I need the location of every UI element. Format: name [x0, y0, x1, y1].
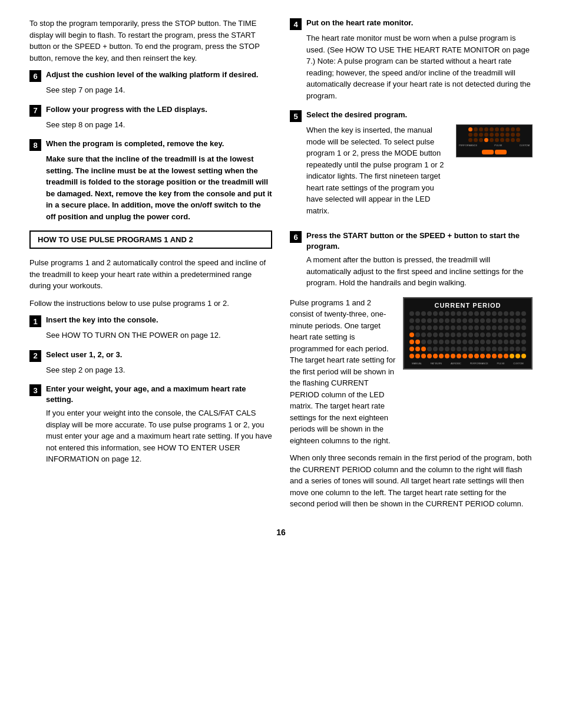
pulse-step-block-1: 1 Insert the key into the console. See H…: [29, 315, 272, 341]
led-row-3: [459, 138, 530, 142]
led-dot: [479, 127, 483, 131]
led-label-pulse-bottom: PULSE: [497, 362, 504, 365]
led-dot: [516, 133, 520, 137]
step-block-7: 7 Follow your progress with the LED disp…: [29, 104, 272, 131]
led-large-row-1: [408, 311, 528, 316]
led-row-2: [459, 133, 530, 137]
step-title-8: When the program is completed, remove th…: [46, 139, 224, 149]
led-dot: [500, 127, 504, 131]
pulse-step-block-2: 2 Select user 1, 2, or 3. See step 2 on …: [29, 350, 272, 376]
led-display-small: PERFORMANCE PULSE CUSTOM: [456, 124, 533, 157]
led-dot: [468, 133, 472, 137]
led-dot: [495, 127, 499, 131]
led-dot: [516, 127, 520, 131]
led-dot: [474, 138, 478, 142]
pulse-step-number-2: 2: [29, 350, 41, 362]
led-dot: [516, 138, 520, 142]
step-body-6: See step 7 on page 14.: [29, 84, 272, 96]
pulse-step-header-3: 3 Enter your weight, your age, and a max…: [29, 384, 272, 405]
led-label-pulse: PULSE: [494, 144, 502, 147]
led-dot: [479, 138, 483, 142]
right-step-block-5: 5 Select the desired program.: [290, 110, 533, 222]
led-dot: [474, 127, 478, 131]
led-dot: [511, 138, 515, 142]
led-large-row-6: [408, 347, 528, 351]
right-step-title-5: Select the desired program.: [306, 110, 407, 120]
two-column-layout: To stop the program temporarily, press t…: [29, 18, 533, 516]
led-large-row-4: [408, 332, 528, 337]
led-label-custom-bottom: CUSTOM: [513, 362, 523, 365]
step-block-6: 6 Adjust the cushion level of the walkin…: [29, 70, 272, 96]
right-step-number-4: 4: [290, 18, 302, 30]
step-number-6: 6: [29, 70, 41, 82]
current-period-label: CURRENT PERIOD: [408, 302, 528, 309]
pulse-step-number-1: 1: [29, 315, 41, 327]
led-label-perf: PERFORMANCE: [470, 362, 488, 365]
right-step-block-4: 4 Put on the heart rate monitor. The hea…: [290, 18, 533, 101]
pulse-follow: Follow the instructions below to use pul…: [29, 298, 272, 309]
page: To stop the program temporarily, press t…: [0, 0, 562, 728]
pulse-desc-span: Pulse programs 1 and 2 consist of twenty…: [290, 298, 395, 445]
right-step-block-6: 6 Press the START button or the SPEED + …: [290, 230, 533, 289]
pulse-step-header-1: 1 Insert the key into the console.: [29, 315, 272, 327]
led-bottom-labels: MANUAL FAT BURN AEROBIC PERFORMANCE PULS…: [408, 362, 528, 365]
pulse-step-number-3: 3: [29, 384, 41, 396]
led-label-manual: MANUAL: [412, 362, 422, 365]
led-dot: [505, 138, 510, 142]
step-body-7: See step 8 on page 14.: [29, 119, 272, 131]
right-step-header-4: 4 Put on the heart rate monitor.: [290, 18, 533, 30]
led-row-1: [459, 127, 530, 131]
led-dot: [468, 138, 472, 142]
step-header-8: 8 When the program is completed, remove …: [29, 139, 272, 151]
led-arrow-left: [482, 150, 494, 154]
led-dot: [490, 138, 494, 142]
right-step-body-5: PERFORMANCE PULSE CUSTOM When the key is…: [290, 124, 533, 222]
step-number-8: 8: [29, 139, 41, 151]
pulse-desc-section: CURRENT PERIOD: [290, 297, 533, 453]
pulse-step-block-3: 3 Enter your weight, your age, and a max…: [29, 384, 272, 465]
led-dot: [484, 138, 488, 142]
step-title-7: Follow your progress with the LED displa…: [46, 104, 207, 115]
right-step-header-5: 5 Select the desired program.: [290, 110, 533, 122]
step-header-6: 6 Adjust the cushion level of the walkin…: [29, 70, 272, 82]
led-arrow-right: [495, 150, 507, 154]
right-column: 4 Put on the heart rate monitor. The hea…: [290, 18, 533, 516]
led-dot: [511, 127, 515, 131]
right-step-header-6: 6 Press the START button or the SPEED + …: [290, 230, 533, 252]
step-body-8: Make sure that the incline of the treadm…: [29, 153, 272, 222]
step-header-7: 7 Follow your progress with the LED disp…: [29, 104, 272, 117]
pulse-step-body-1: See HOW TO TURN ON THE POWER on page 12.: [29, 330, 272, 341]
pulse-step-header-2: 2 Select user 1, 2, or 3.: [29, 350, 272, 362]
pulse-step-body-2: See step 2 on page 13.: [29, 364, 272, 376]
led-large-row-7: [408, 354, 528, 358]
led-arrow-row: [459, 150, 530, 154]
intro-paragraph: To stop the program temporarily, press t…: [29, 18, 272, 64]
led-dot: [484, 133, 488, 137]
right-step-number-6: 6: [290, 231, 302, 243]
led-dot: [479, 133, 483, 137]
section-box: HOW TO USE PULSE PROGRAMS 1 AND 2: [29, 230, 272, 249]
step-block-8: 8 When the program is completed, remove …: [29, 139, 272, 222]
led-label-fatburn: FAT BURN: [431, 362, 442, 365]
led-large-matrix: [408, 311, 528, 360]
led-dot: [495, 138, 499, 142]
led-dot: [490, 127, 494, 131]
led-dot: [511, 133, 515, 137]
pulse-desc-text: Pulse programs 1 and 2 consist of twenty…: [290, 297, 397, 447]
led-dot: [505, 133, 510, 137]
pulse-desc2-text: When only three seconds remain in the fi…: [290, 452, 533, 510]
led-dot: [505, 127, 510, 131]
right-step-title-4: Put on the heart rate monitor.: [306, 18, 413, 28]
led-dot: [490, 133, 494, 137]
led-dot: [484, 127, 488, 131]
led-large-row-2: [408, 318, 528, 323]
led-dot: [495, 133, 499, 137]
pulse-step-body-3: If you enter your weight into the consol…: [29, 407, 272, 465]
right-step-number-5: 5: [290, 110, 302, 122]
step-title-6: Adjust the cushion level of the walking …: [46, 70, 258, 80]
page-number: 16: [29, 528, 533, 537]
pulse-step-title-1: Insert the key into the console.: [46, 315, 158, 325]
right-step-title-6: Press the START button or the SPEED + bu…: [306, 230, 533, 252]
pulse-step-title-3: Enter your weight, your age, and a maxim…: [46, 384, 272, 405]
led-dot: [474, 133, 478, 137]
